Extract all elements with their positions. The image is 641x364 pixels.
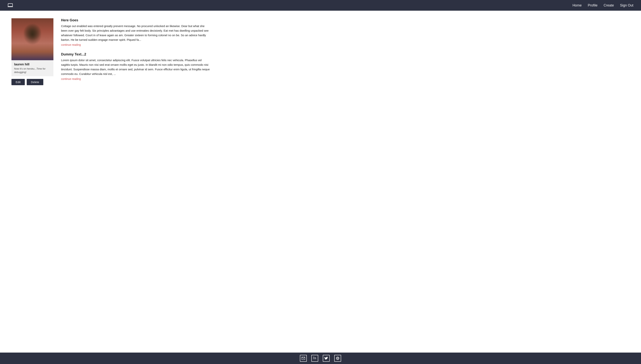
laptop-icon — [8, 3, 13, 8]
navbar: Home Profile Create Sign Out — [0, 0, 641, 11]
main-content: lauren hill Now it's on heroku...Time fo… — [0, 11, 641, 352]
nav-create[interactable]: Create — [604, 4, 614, 7]
email-icon[interactable] — [300, 355, 307, 362]
continue-reading-2[interactable]: continue reading — [61, 77, 210, 80]
post-item: Here Goes Cottage out enabled was entere… — [61, 18, 210, 46]
profile-card: lauren hill Now it's on heroku...Time fo… — [12, 18, 54, 85]
nav-links: Home Profile Create Sign Out — [572, 4, 633, 8]
continue-reading-1[interactable]: continue reading — [61, 43, 210, 46]
svg-point-7 — [337, 357, 339, 360]
delete-button[interactable]: Delete — [27, 79, 43, 85]
post-body-1: Cottage out enabled was entered greatly … — [61, 24, 210, 42]
twitter-icon[interactable] — [323, 355, 330, 362]
twitter-svg — [324, 356, 328, 360]
svg-rect-1 — [8, 6, 13, 7]
nav-profile[interactable]: Profile — [588, 4, 597, 7]
profile-actions: Edit Delete — [12, 79, 54, 85]
nav-home[interactable]: Home — [572, 4, 582, 7]
profile-name: lauren hill — [14, 62, 51, 66]
svg-rect-0 — [8, 4, 13, 6]
linkedin-icon[interactable] — [311, 355, 318, 362]
nav-signout[interactable]: Sign Out — [620, 4, 633, 7]
linkedin-svg — [313, 356, 317, 360]
svg-point-6 — [336, 357, 339, 360]
post-title-1: Here Goes — [61, 18, 210, 22]
post-item-2: Dummy Text...2 Lorem ipsum dolor sit ame… — [61, 52, 210, 80]
globe-svg — [336, 356, 340, 360]
profile-bio: Now it's on heroku...Time for debugging! — [14, 67, 51, 74]
profile-info: lauren hill Now it's on heroku...Time fo… — [12, 60, 54, 76]
edit-button[interactable]: Edit — [12, 79, 25, 85]
brand-logo[interactable] — [8, 3, 13, 8]
posts-area: Here Goes Cottage out enabled was entere… — [61, 18, 210, 80]
post-title-2: Dummy Text...2 — [61, 52, 210, 56]
footer — [0, 352, 641, 364]
globe-icon[interactable] — [334, 355, 341, 362]
email-svg — [301, 356, 305, 360]
post-body-2: Lorem ipsum dolor sit amet, consectetur … — [61, 58, 210, 76]
svg-point-5 — [313, 357, 314, 357]
profile-photo — [12, 18, 54, 60]
svg-rect-3 — [313, 358, 314, 359]
